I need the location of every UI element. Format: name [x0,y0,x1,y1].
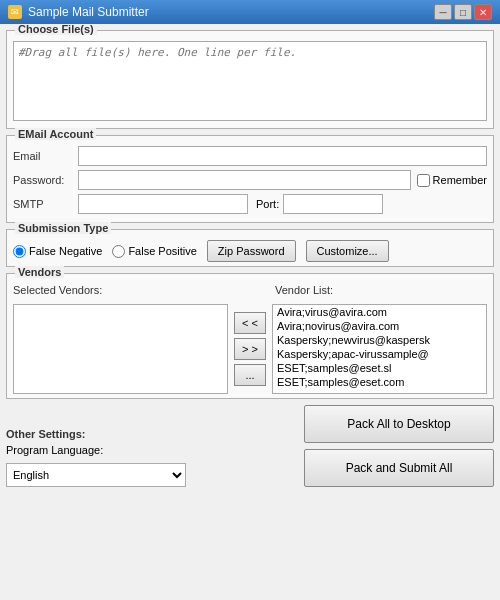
email-row: Email [13,146,487,166]
close-button[interactable]: ✕ [474,4,492,20]
smtp-field[interactable] [78,194,248,214]
program-language-row: Program Language: EnglishGermanFrenchSpa… [6,444,298,487]
submission-type-title: Submission Type [15,222,111,234]
maximize-button[interactable]: □ [454,4,472,20]
vendor-entries-list[interactable]: Avira;virus@avira.comAvira;novirus@avira… [272,304,487,394]
file-drop-area [13,41,487,124]
false-positive-label: False Positive [112,245,196,258]
title-bar-left: ✉ Sample Mail Submitter [8,5,149,19]
zip-password-button[interactable]: Zip Password [207,240,296,262]
vendors-labels-row: Selected Vendors: Vendor List: [13,284,487,298]
false-negative-radio[interactable] [13,245,26,258]
title-bar: ✉ Sample Mail Submitter ─ □ ✕ [0,0,500,24]
file-input[interactable] [13,41,487,121]
window-controls: ─ □ ✕ [434,4,492,20]
vendor-list-panel: Avira;virus@avira.comAvira;novirus@avira… [272,304,487,394]
other-settings-label: Other Settings: [6,428,298,440]
submission-type-group: Submission Type False Negative False Pos… [6,229,494,267]
list-item[interactable]: Kaspersky;newvirus@kaspersk [273,333,486,347]
port-label: Port: [256,198,279,210]
right-buttons: Pack All to Desktop Pack and Submit All [304,405,494,487]
false-positive-radio[interactable] [112,245,125,258]
list-item[interactable]: Avira;virus@avira.com [273,305,486,319]
vendors-title: Vendors [15,266,64,278]
pack-all-to-desktop-button[interactable]: Pack All to Desktop [304,405,494,443]
smtp-row: SMTP Port: [13,194,487,214]
customize-button[interactable]: Customize... [306,240,389,262]
left-settings: Other Settings: Program Language: Englis… [6,428,298,487]
language-select[interactable]: EnglishGermanFrenchSpanishChinese [6,463,186,487]
list-item[interactable]: ESET;samples@eset.sl [273,361,486,375]
arrow-buttons: < < > > ... [234,304,266,394]
pack-and-submit-all-button[interactable]: Pack and Submit All [304,449,494,487]
move-dots-button[interactable]: ... [234,364,266,386]
choose-files-title: Choose File(s) [15,24,97,35]
main-content: Choose File(s) EMail Account Email Passw… [0,24,500,600]
selected-vendors-label: Selected Vendors: [13,284,225,296]
window-title: Sample Mail Submitter [28,5,149,19]
selected-vendors-panel [13,304,228,394]
move-right-button[interactable]: > > [234,338,266,360]
selected-vendors-col: Selected Vendors: [13,284,225,298]
password-label: Password: [13,174,78,186]
list-item[interactable]: Kaspersky;apac-virussample@ [273,347,486,361]
app-icon: ✉ [8,5,22,19]
bottom-section: Other Settings: Program Language: Englis… [6,405,494,487]
submission-type-row: False Negative False Positive Zip Passwo… [13,240,487,262]
program-language-label: Program Language: [6,444,298,456]
email-label: Email [13,150,78,162]
false-negative-label: False Negative [13,245,102,258]
remember-checkbox[interactable] [417,174,430,187]
vendor-list-label: Vendor List: [275,284,487,296]
list-item[interactable]: Avira;novirus@avira.com [273,319,486,333]
remember-label: Remember [417,174,487,187]
vendors-panels: < < > > ... Avira;virus@avira.comAvira;n… [13,304,487,394]
list-item[interactable]: ESET;samples@eset.com [273,375,486,389]
vendors-content: Selected Vendors: Vendor List: < < > > .… [13,284,487,394]
choose-files-group: Choose File(s) [6,30,494,129]
email-field[interactable] [78,146,487,166]
minimize-button[interactable]: ─ [434,4,452,20]
password-row: Password: Remember [13,170,487,190]
move-left-button[interactable]: < < [234,312,266,334]
vendor-list-col: Vendor List: [275,284,487,298]
arrow-spacer [231,284,269,298]
email-account-title: EMail Account [15,128,96,140]
smtp-label: SMTP [13,198,78,210]
selected-vendors-list[interactable] [13,304,228,394]
vendors-group: Vendors Selected Vendors: Vendor List: <… [6,273,494,399]
password-field[interactable] [78,170,411,190]
port-field[interactable] [283,194,383,214]
email-account-fields: Email Password: Remember SMTP Port: [13,146,487,214]
email-account-group: EMail Account Email Password: Remember S… [6,135,494,223]
